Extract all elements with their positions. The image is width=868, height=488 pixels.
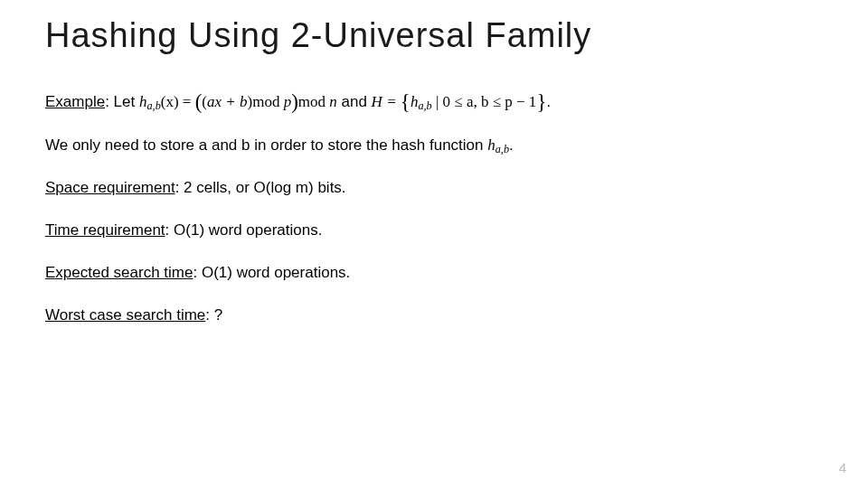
rbrace: }: [536, 90, 546, 113]
page-number: 4: [839, 460, 846, 475]
store-h: h: [487, 136, 495, 154]
worst-line: Worst case search time: ?: [45, 305, 823, 326]
space-label: Space requirement: [45, 179, 175, 196]
and-text: and: [337, 93, 372, 110]
math-xeq: (x) =: [161, 93, 195, 110]
worst-text: : ?: [205, 306, 222, 324]
time-text: : O(1) word operations.: [165, 221, 323, 239]
set-cond: | 0 ≤ a, b ≤ p − 1: [432, 93, 537, 110]
example-label: Example: [45, 93, 105, 110]
worst-label: Worst case search time: [45, 306, 205, 324]
colon: :: [105, 93, 113, 110]
math-sub-ab2: a,b: [418, 99, 431, 112]
math-n: n: [329, 93, 337, 110]
period: .: [546, 93, 551, 110]
expected-line: Expected search time: O(1) word operatio…: [45, 263, 823, 284]
expected-label: Expected search time: [45, 264, 193, 281]
mod1: mod: [252, 93, 283, 110]
math-axb: ax + b: [207, 93, 248, 110]
space-text: : 2 cells, or O(log m) bits.: [175, 179, 346, 196]
example-line: Example: Let ha,b(x) = ((ax + b)mod p)mo…: [45, 92, 823, 114]
math-p: p: [284, 93, 292, 110]
slide-body: Example: Let ha,b(x) = ((ax + b)mod p)mo…: [45, 92, 823, 348]
store-sub: a,b: [495, 143, 509, 155]
math-H: H =: [372, 93, 401, 110]
let-text: Let: [114, 93, 139, 110]
math-sub-ab: a,b: [146, 99, 160, 112]
mod2: mod: [298, 93, 329, 110]
expected-text: : O(1) word operations.: [193, 264, 350, 281]
store-line: We only need to store a and b in order t…: [45, 136, 823, 157]
space-line: Space requirement: 2 cells, or O(log m) …: [45, 178, 823, 199]
time-line: Time requirement: O(1) word operations.: [45, 221, 823, 241]
big-rparen: ): [291, 90, 298, 113]
time-label: Time requirement: [45, 221, 165, 239]
store-text: We only need to store a and b in order t…: [45, 136, 487, 154]
store-post: .: [509, 136, 514, 154]
slide: Hashing Using 2-Universal Family Example…: [0, 0, 868, 488]
lbrace: {: [401, 90, 410, 113]
slide-title: Hashing Using 2-Universal Family: [45, 16, 591, 55]
